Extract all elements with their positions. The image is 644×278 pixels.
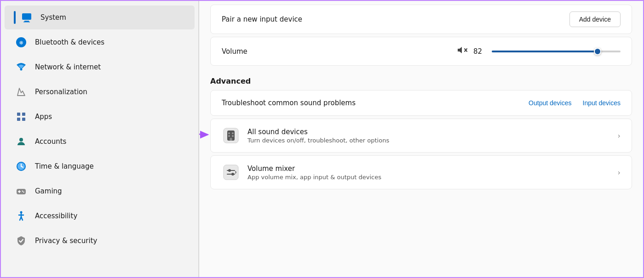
sidebar-item-privacy-label: Privacy & security xyxy=(35,237,97,245)
mute-icon[interactable] xyxy=(457,45,468,58)
volume-row: Volume 82 xyxy=(211,37,632,65)
troubleshoot-links: Output devices Input devices xyxy=(529,99,621,107)
svg-point-31 xyxy=(228,132,230,134)
all-sound-devices-card[interactable]: All sound devices Turn devices on/off, t… xyxy=(210,119,632,153)
svg-rect-9 xyxy=(17,118,20,121)
pair-device-card: Pair a new input device Add device xyxy=(210,5,632,34)
sidebar-item-gaming[interactable]: Gaming xyxy=(5,179,195,203)
accounts-icon xyxy=(14,134,29,149)
svg-point-19 xyxy=(23,192,24,193)
svg-rect-2 xyxy=(23,22,30,23)
output-devices-link[interactable]: Output devices xyxy=(529,99,571,107)
svg-point-11 xyxy=(19,138,23,142)
svg-point-39 xyxy=(231,173,234,176)
system-icon xyxy=(19,10,34,25)
gaming-icon xyxy=(14,184,29,199)
svg-text:⎈: ⎈ xyxy=(19,39,23,46)
add-device-button[interactable]: Add device xyxy=(569,11,621,27)
all-sound-devices-chevron: › xyxy=(618,131,621,140)
main-content: Pair a new input device Add device Volum… xyxy=(199,1,643,277)
privacy-icon xyxy=(14,233,29,248)
svg-point-18 xyxy=(22,191,23,192)
sidebar-item-accessibility-label: Accessibility xyxy=(35,212,77,220)
slider-thumb xyxy=(594,48,601,55)
sidebar-item-time[interactable]: Time & language xyxy=(5,154,195,178)
pair-device-row: Pair a new input device Add device xyxy=(211,5,632,34)
sidebar-item-personalization-label: Personalization xyxy=(35,88,87,96)
sidebar-item-apps-label: Apps xyxy=(35,113,52,121)
svg-point-30 xyxy=(230,138,232,141)
active-indicator xyxy=(14,11,16,24)
volume-card: Volume 82 xyxy=(210,37,632,66)
troubleshoot-card: Troubleshoot common sound problems Outpu… xyxy=(210,90,632,116)
sidebar-item-gaming-label: Gaming xyxy=(35,187,62,195)
svg-rect-0 xyxy=(22,13,31,20)
accessibility-icon xyxy=(14,209,29,223)
sidebar-item-system[interactable]: System xyxy=(5,6,195,29)
time-icon xyxy=(14,159,29,174)
svg-rect-1 xyxy=(24,21,29,22)
sidebar-item-accounts[interactable]: Accounts xyxy=(5,130,195,153)
volume-mixer-card[interactable]: Volume mixer App volume mix, app input &… xyxy=(210,155,632,189)
svg-line-24 xyxy=(21,217,23,220)
svg-point-37 xyxy=(228,169,231,172)
bluetooth-icon: ⎈ xyxy=(14,35,29,50)
troubleshoot-row: Troubleshoot common sound problems Outpu… xyxy=(211,91,632,115)
sidebar-item-accessibility[interactable]: Accessibility xyxy=(5,204,195,228)
volume-mixer-icon xyxy=(222,163,240,182)
pair-device-label: Pair a new input device xyxy=(222,15,302,23)
volume-mixer-sub: App volume mix, app input & output devic… xyxy=(247,174,610,181)
svg-rect-7 xyxy=(17,113,20,116)
volume-slider[interactable] xyxy=(492,51,621,52)
svg-rect-10 xyxy=(22,118,25,121)
all-sound-devices-text: All sound devices Turn devices on/off, t… xyxy=(247,128,610,144)
volume-mixer-title: Volume mixer xyxy=(247,165,610,173)
svg-rect-8 xyxy=(22,113,25,116)
volume-value: 82 xyxy=(473,47,486,56)
sidebar-item-system-label: System xyxy=(40,13,66,22)
sidebar-item-network[interactable]: Network & internet xyxy=(5,55,195,79)
sidebar-item-bluetooth[interactable]: ⎈ Bluetooth & devices xyxy=(5,30,195,54)
troubleshoot-label: Troubleshoot common sound problems xyxy=(222,99,356,107)
slider-fill xyxy=(492,51,598,52)
all-sound-devices-row[interactable]: All sound devices Turn devices on/off, t… xyxy=(211,119,632,152)
sound-device-icon xyxy=(222,126,240,145)
all-sound-devices-sub: Turn devices on/off, troubleshoot, other… xyxy=(247,137,610,144)
sidebar-item-accounts-label: Accounts xyxy=(35,137,66,146)
sidebar-item-time-label: Time & language xyxy=(35,162,94,170)
personalization-icon xyxy=(14,85,29,99)
volume-mixer-chevron: › xyxy=(618,168,621,177)
volume-mixer-row[interactable]: Volume mixer App volume mix, app input &… xyxy=(211,156,632,189)
apps-icon xyxy=(14,109,29,124)
svg-point-32 xyxy=(232,132,234,134)
input-devices-link[interactable]: Input devices xyxy=(583,99,621,107)
sidebar-item-personalization[interactable]: Personalization xyxy=(5,80,195,104)
volume-label: Volume xyxy=(222,47,451,56)
all-sound-devices-title: All sound devices xyxy=(247,128,610,136)
all-sound-devices-wrapper: All sound devices Turn devices on/off, t… xyxy=(210,119,632,153)
sidebar-item-apps[interactable]: Apps xyxy=(5,105,195,129)
sidebar-item-privacy[interactable]: Privacy & security xyxy=(5,229,195,253)
advanced-section-title: Advanced xyxy=(210,68,632,90)
sidebar-item-network-label: Network & internet xyxy=(35,63,101,71)
slider-track xyxy=(492,51,621,52)
network-icon xyxy=(14,60,29,74)
sidebar-item-bluetooth-label: Bluetooth & devices xyxy=(35,38,104,46)
svg-point-33 xyxy=(228,135,230,137)
volume-mixer-text: Volume mixer App volume mix, app input &… xyxy=(247,165,610,181)
svg-point-34 xyxy=(232,135,234,137)
sidebar: System ⎈ Bluetooth & devices Network & i… xyxy=(1,1,199,277)
svg-point-5 xyxy=(20,68,23,71)
